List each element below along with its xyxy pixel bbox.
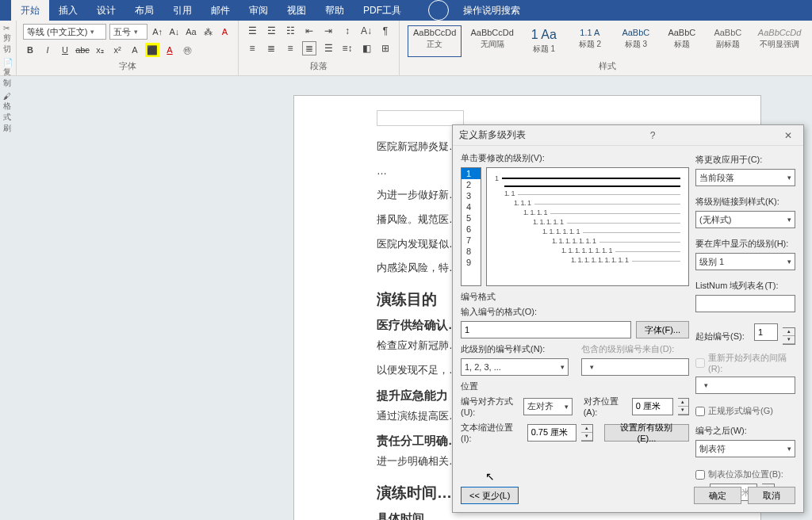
align-left-button[interactable]: ≡ [245, 41, 259, 55]
listnum-label: ListNum 域列表名(T): [695, 280, 795, 292]
include-prev-select[interactable] [581, 358, 689, 376]
style-title[interactable]: AaBbC标题 [661, 25, 703, 57]
increase-indent-button[interactable]: ⇥ [321, 24, 335, 38]
level-8[interactable]: 8 [462, 246, 481, 257]
copy-button[interactable]: 📄 复制 [3, 58, 13, 89]
restart-checkbox[interactable]: 重新开始列表的间隔(R): [695, 352, 795, 373]
tab-design[interactable]: 设计 [87, 0, 125, 21]
shrink-font-button[interactable]: A↓ [167, 25, 181, 39]
clear-format-button[interactable]: A [218, 25, 232, 39]
level-6[interactable]: 6 [462, 224, 481, 235]
bold-button[interactable]: B [23, 43, 37, 57]
distribute-button[interactable]: ☰ [321, 41, 335, 55]
tell-me-search[interactable]: 操作说明搜索 [419, 0, 539, 21]
sort-button[interactable]: A↓ [359, 24, 373, 38]
style-heading3[interactable]: AaBbC标题 3 [615, 25, 657, 57]
phonetic-guide-button[interactable]: ⁂ [201, 25, 215, 39]
link-style-select[interactable]: (无样式) [695, 211, 795, 228]
level-4[interactable]: 4 [462, 201, 481, 212]
font-size-select[interactable]: 五号 [109, 24, 147, 40]
align-right-button[interactable]: ≡ [283, 41, 297, 55]
font-color-button[interactable]: A [163, 43, 177, 57]
shading-button[interactable]: ◧ [359, 41, 373, 55]
numbering-button[interactable]: ☲ [264, 24, 278, 38]
tab-review[interactable]: 审阅 [239, 0, 278, 21]
cancel-button[interactable]: 取消 [748, 487, 795, 504]
highlight-button[interactable]: ⬛ [145, 43, 159, 57]
style-subtitle[interactable]: AaBbC副标题 [707, 25, 749, 57]
bullets-button[interactable]: ☰ [245, 24, 259, 38]
level-1[interactable]: 1 [462, 168, 481, 179]
tab-help[interactable]: 帮助 [316, 0, 354, 21]
style-heading1[interactable]: 1 Aa标题 1 [523, 25, 565, 57]
level-5[interactable]: 5 [462, 212, 481, 224]
close-button[interactable]: ✕ [779, 130, 797, 141]
style-nospace[interactable]: AaBbCcDd无间隔 [465, 25, 519, 57]
subscript-button[interactable]: x₂ [93, 43, 107, 57]
styles-gallery[interactable]: AaBbCcDd正文 AaBbCcDd无间隔 1 Aa标题 1 1.1 A标题 … [406, 24, 808, 59]
listnum-input[interactable] [695, 295, 795, 312]
start-at-label: 起始编号(S): [695, 331, 749, 342]
help-button[interactable]: ? [645, 130, 661, 141]
start-at-spinner[interactable]: ▴▾ [783, 327, 795, 345]
set-all-button[interactable]: 设置所有级别(E)... [604, 424, 689, 442]
tab-insert[interactable]: 插入 [49, 0, 87, 21]
font-button[interactable]: 字体(F)... [636, 321, 689, 338]
line-spacing-button[interactable]: ≡↕ [340, 41, 354, 55]
start-at-input[interactable] [754, 323, 778, 341]
text-direction-button[interactable]: ↕ [340, 24, 354, 38]
ok-button[interactable]: 确定 [694, 487, 741, 504]
tab-pdf[interactable]: PDF工具 [354, 0, 411, 21]
number-format-section: 编号格式 [461, 291, 689, 303]
indent-spinner[interactable]: ▴▾ [581, 424, 593, 442]
style-normal[interactable]: AaBbCcDd正文 [408, 25, 462, 57]
decrease-indent-button[interactable]: ⇤ [302, 24, 316, 38]
cut-button[interactable]: ✂ 剪切 [3, 24, 13, 55]
apply-to-label: 将更改应用于(C): [695, 154, 795, 166]
strikethrough-button[interactable]: abc [75, 43, 90, 57]
align-center-button[interactable]: ≣ [264, 41, 278, 55]
grow-font-button[interactable]: A↑ [151, 25, 164, 39]
tab-mail[interactable]: 邮件 [201, 0, 239, 21]
align-label: 编号对齐方式(U): [461, 396, 519, 417]
style-subtle[interactable]: AaBbCcDd不明显强调 [753, 25, 806, 57]
justify-button[interactable]: ≣ [302, 41, 316, 55]
apply-to-select[interactable]: 当前段落 [695, 169, 795, 186]
tab-layout[interactable]: 布局 [125, 0, 163, 21]
borders-button[interactable]: ⊞ [378, 41, 393, 55]
change-case-button[interactable]: Aa [184, 25, 197, 39]
text-effects-button[interactable]: A [128, 43, 142, 57]
position-section: 位置 [461, 380, 689, 392]
level-3[interactable]: 3 [462, 190, 481, 201]
align-select[interactable]: 左对齐 [523, 398, 573, 415]
follow-by-select[interactable]: 制表符 [695, 440, 795, 457]
number-format-input[interactable] [461, 321, 631, 338]
tab-view[interactable]: 视图 [278, 0, 316, 21]
level-9[interactable]: 9 [462, 257, 481, 268]
enclose-char-button[interactable]: ㊕ [180, 43, 194, 57]
align-at-input[interactable] [632, 398, 673, 415]
num-style-select[interactable]: 1, 2, 3, ... [461, 358, 569, 376]
show-gallery-label: 要在库中显示的级别(H): [695, 238, 795, 250]
less-button[interactable]: << 更少(L) [461, 487, 519, 504]
legal-checkbox[interactable]: 正规形式编号(G) [695, 405, 795, 417]
format-painter-button[interactable]: 🖌 格式刷 [3, 92, 13, 134]
style-heading2[interactable]: 1.1 A标题 2 [569, 25, 611, 57]
italic-button[interactable]: I [40, 43, 55, 57]
show-marks-button[interactable]: ¶ [378, 24, 393, 38]
follow-by-label: 编号之后(W): [695, 425, 795, 437]
level-listbox[interactable]: 1 2 3 4 5 6 7 8 9 [461, 167, 481, 286]
num-style-label: 此级别的编号样式(N): [461, 343, 569, 355]
add-tab-checkbox[interactable]: 制表位添加位置(B): [695, 468, 795, 480]
tab-references[interactable]: 引用 [163, 0, 201, 21]
font-name-select[interactable]: 等线 (中文正文) [23, 24, 106, 40]
multilevel-button[interactable]: ☷ [283, 24, 297, 38]
indent-input[interactable] [527, 424, 576, 442]
underline-button[interactable]: U [58, 43, 72, 57]
tab-start[interactable]: 开始 [11, 0, 49, 21]
align-at-spinner[interactable]: ▴▾ [678, 398, 689, 415]
level-7[interactable]: 7 [462, 235, 481, 246]
superscript-button[interactable]: x² [110, 43, 124, 57]
show-gallery-select[interactable]: 级别 1 [695, 253, 795, 270]
level-2[interactable]: 2 [462, 179, 481, 190]
